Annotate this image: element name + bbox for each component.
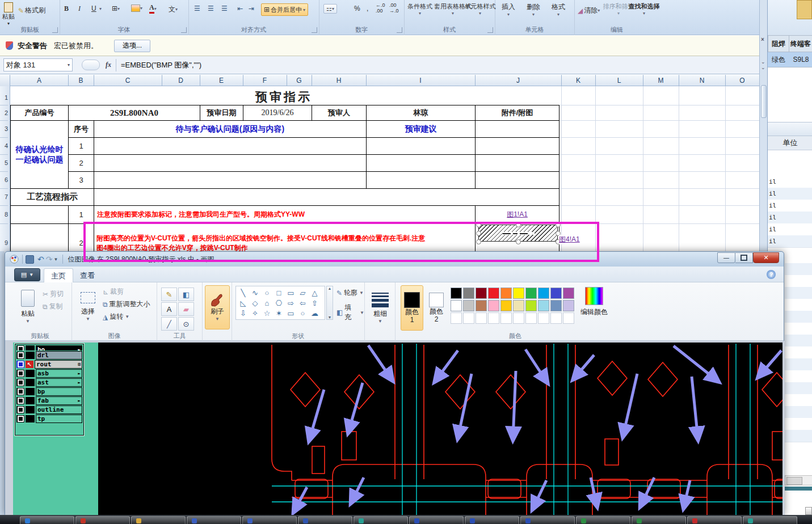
layer-row-ast[interactable]: ast► (16, 378, 82, 387)
paint-canvas-image[interactable] (98, 343, 782, 515)
question-header-cell[interactable]: 待与客户确认问题(原因与内容) (94, 120, 367, 138)
palette-swatch-3[interactable] (488, 288, 499, 299)
color1-button[interactable]: 颜色1 (401, 285, 423, 331)
clipboard-dialog-launcher[interactable] (52, 27, 58, 33)
fill-color-icon[interactable]: ▾ (131, 5, 142, 12)
maximize-button[interactable] (735, 252, 753, 263)
column-header-A[interactable]: A (10, 75, 69, 86)
taskbar-button-6[interactable] (354, 516, 408, 524)
shape-icon-17[interactable]: ✶ (273, 308, 285, 318)
shape-fill-button[interactable]: ◧ 填充▼ (336, 303, 364, 322)
paint-select-button[interactable]: 选择 ▼ (77, 286, 99, 328)
question-row-1[interactable] (94, 137, 367, 155)
column-header-I[interactable]: I (366, 75, 476, 86)
seq-label-cell[interactable]: 序号 (68, 120, 94, 138)
palette-swatch-4[interactable] (500, 288, 512, 299)
reviewer-label-cell[interactable]: 预审人 (312, 105, 367, 121)
delete-cells-button[interactable]: 删除▾ (527, 2, 540, 17)
layer-visibility-checkbox[interactable] (16, 345, 24, 350)
shape-icon-1[interactable]: ∿ (249, 288, 261, 298)
reviewer-value-cell[interactable]: 林琼 (366, 105, 476, 121)
palette-empty-7[interactable] (538, 312, 549, 324)
taskbar-button-1[interactable] (75, 516, 130, 524)
redo-icon[interactable]: ↷ (46, 255, 53, 264)
formula-text[interactable]: =EMBED("BMP 图像","") (121, 60, 201, 70)
paste-button[interactable]: 粘贴▾ (2, 2, 15, 26)
decrease-indent-icon[interactable]: ⇤ (237, 5, 243, 12)
comma-button[interactable]: , (367, 5, 368, 12)
format-painter-button[interactable]: ✎ 格式刷 (18, 6, 45, 15)
taskbar[interactable] (0, 515, 812, 524)
palette-swatch-9[interactable] (563, 288, 574, 299)
color2-button[interactable]: 颜色2 (426, 285, 447, 331)
taskbar-button-13[interactable] (743, 516, 797, 524)
cam-layer-list[interactable]: bo►drl↖rout⊞asb►ast►bpfab►outlinetp (15, 344, 84, 436)
layer-visibility-checkbox[interactable] (16, 361, 24, 368)
suggestion-row-2[interactable] (366, 154, 476, 172)
phonetic-icon[interactable]: 文▾ (169, 5, 178, 14)
layer-row-asb[interactable]: asb► (16, 369, 82, 378)
column-header-N[interactable]: N (679, 75, 726, 86)
name-box-dropdown-icon[interactable]: ▾ (68, 62, 70, 67)
cell-styles-button[interactable]: 单元格样式▾ (469, 2, 491, 16)
fill-icon[interactable]: ◧ (178, 288, 194, 301)
seq-1-cell[interactable]: 1 (68, 137, 94, 155)
product-value-cell[interactable]: 2S9L800NA0 (68, 105, 200, 121)
palette-swatch-8[interactable] (550, 288, 562, 299)
sort-filter-button[interactable]: 排序和筛选▾ (607, 2, 630, 16)
save-icon[interactable] (26, 255, 34, 264)
column-header-G[interactable]: G (287, 75, 312, 86)
layer-row-bo[interactable]: bo► (16, 345, 82, 350)
italic-button[interactable]: I (78, 5, 81, 13)
shape-icon-20[interactable]: ☁ (309, 308, 321, 318)
palette-swatch-12[interactable] (476, 300, 487, 311)
question-row-3[interactable] (94, 171, 367, 189)
merge-center-button[interactable]: ⊞ 合并后居中 ▾ (261, 3, 308, 16)
underline-dropdown[interactable]: ▾ (99, 6, 102, 11)
paint-resize-button[interactable]: ⧉重新调整大小 (103, 299, 150, 309)
palette-swatch-1[interactable] (463, 288, 474, 299)
palette-swatch-15[interactable] (513, 300, 524, 311)
tab-view[interactable]: 查看 (73, 268, 102, 283)
conditional-format-button[interactable]: 条件格式▾ (407, 2, 432, 16)
shape-icon-11[interactable]: ⇨ (285, 298, 297, 308)
color-palette[interactable] (450, 287, 578, 324)
percent-button[interactable]: % (354, 5, 360, 12)
blank-a8[interactable] (10, 205, 69, 224)
help-icon[interactable]: ? (767, 270, 776, 279)
clear-button[interactable]: ◢ 清除▾ (578, 6, 600, 15)
column-header-K[interactable]: K (561, 75, 596, 86)
attachment-row-1[interactable] (475, 137, 559, 155)
close-button[interactable]: ✕ (753, 252, 779, 263)
qat-dropdown-icon[interactable]: ▼ (53, 257, 58, 262)
layer-label-outline[interactable]: outline (36, 405, 82, 414)
fx-icon[interactable]: fx (106, 61, 111, 69)
attachment-label-cell[interactable]: 附件/附图 (475, 105, 559, 121)
palette-swatch-5[interactable] (513, 288, 524, 299)
palette-swatch-7[interactable] (538, 288, 549, 299)
suggestion-row-3[interactable] (366, 171, 476, 189)
column-header-C[interactable]: C (94, 75, 162, 86)
row-header-1[interactable]: 1 (0, 90, 8, 105)
layer-row-tp[interactable]: tp (16, 415, 82, 423)
taskbar-button-11[interactable] (632, 516, 686, 524)
shape-icon-13[interactable]: ⇧ (309, 298, 321, 308)
column-header-O[interactable]: O (725, 75, 760, 86)
layer-visibility-checkbox[interactable] (16, 352, 24, 359)
shape-icon-14[interactable]: ⇩ (237, 308, 249, 318)
layer-visibility-checkbox[interactable] (16, 406, 24, 413)
name-box[interactable]: 对象 131 ▾ (3, 58, 73, 71)
shape-icon-9[interactable]: ⌂ (261, 298, 273, 308)
taskbar-button-0[interactable] (20, 516, 74, 524)
scroll-corner[interactable] (805, 507, 812, 515)
row-header-6[interactable]: 6 (0, 171, 8, 189)
column-header-D[interactable]: D (162, 75, 200, 86)
row-header-8[interactable]: 8 (0, 205, 8, 224)
column-header-L[interactable]: L (595, 75, 643, 86)
close-pane-icon[interactable]: × (761, 36, 764, 43)
seq-2-cell[interactable]: 2 (68, 154, 94, 172)
layer-label-bo[interactable]: bo► (36, 345, 82, 350)
row-header-4[interactable]: 4 (0, 137, 8, 155)
palette-empty-8[interactable] (550, 312, 562, 324)
edit-colors-button[interactable]: 编辑颜色 (580, 287, 608, 317)
